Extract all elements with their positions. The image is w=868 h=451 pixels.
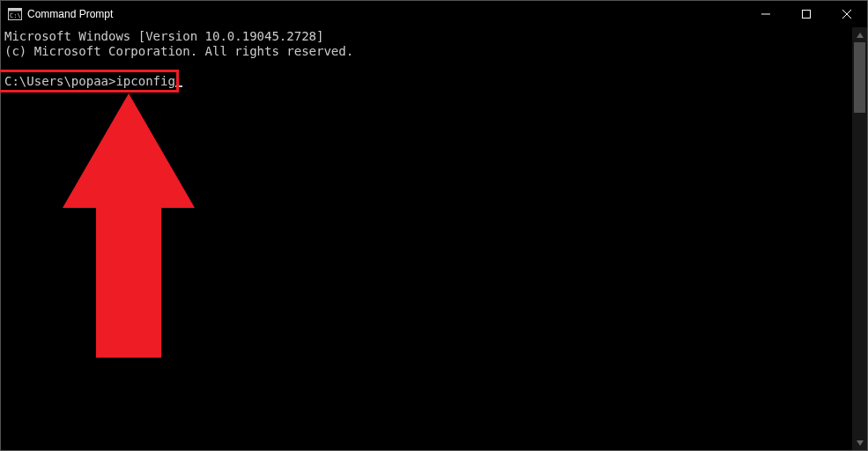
svg-rect-1 [9,9,22,11]
command-prompt-window: C:\ Command Prompt Microsoft Windows [Ve… [0,0,868,451]
minimize-button[interactable] [746,1,786,27]
terminal-output[interactable]: Microsoft Windows [Version 10.0.19045.27… [1,27,852,450]
scroll-up-button[interactable] [852,27,867,42]
titlebar[interactable]: C:\ Command Prompt [1,1,867,27]
svg-text:C:\: C:\ [10,12,21,19]
annotation-arrow-icon [63,93,195,366]
window-title: Command Prompt [27,8,113,20]
client-area: Microsoft Windows [Version 10.0.19045.27… [1,27,867,450]
prompt-text: C:\Users\popaa> [4,74,115,88]
output-line: (c) Microsoft Corporation. All rights re… [4,44,353,58]
maximize-button[interactable] [786,1,827,27]
text-cursor [175,85,182,87]
svg-marker-9 [857,440,864,446]
vertical-scrollbar[interactable] [852,27,867,450]
command-input[interactable]: ipconfig [115,74,174,88]
scroll-thumb[interactable] [854,42,865,113]
scroll-down-button[interactable] [852,435,867,450]
cmd-icon: C:\ [8,7,22,21]
svg-marker-7 [63,93,195,358]
close-button[interactable] [827,1,867,27]
svg-rect-4 [803,11,811,18]
output-line: Microsoft Windows [Version 10.0.19045.27… [4,29,323,43]
svg-marker-8 [857,33,864,38]
